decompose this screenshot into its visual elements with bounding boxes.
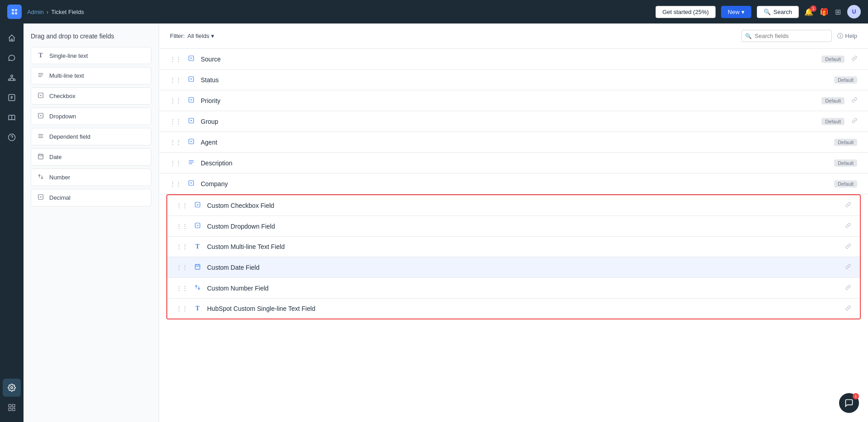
sidebar-icon-home[interactable] [3,29,21,47]
decimal-label: Decimal [49,194,71,201]
sidebar-icon-reports[interactable] [3,89,21,107]
field-row-status[interactable]: ⋮⋮ Status Default [159,70,868,90]
custom-field-row-date[interactable]: ⋮⋮ Custom Date Field [167,257,860,278]
svg-rect-31 [195,264,200,269]
link-icon-source [852,56,857,62]
field-badge-description: Default [834,159,857,167]
field-type-icon-hubspot: T [193,305,202,312]
sidebar-icon-settings[interactable] [3,379,21,397]
default-fields-list: ⋮⋮ Source Default ⋮⋮ Status Default [159,49,868,194]
sidebar-icon-help[interactable] [3,128,21,146]
sidebar-icon-contacts[interactable] [3,69,21,87]
sidebar-icon-apps[interactable] [3,399,21,417]
get-started-button[interactable]: Get started (25%) [656,6,716,18]
field-type-icon-custom-number [193,284,202,292]
field-badge-priority: Default [821,97,844,104]
field-type-single-line-text[interactable]: T Single-line text [31,47,151,64]
drag-handle: ⋮⋮ [176,223,188,230]
single-line-text-icon: T [37,52,45,59]
breadcrumb: Admin › Ticket Fields [27,9,84,15]
link-icon-custom-number [845,285,851,291]
custom-field-row-multiline[interactable]: ⋮⋮ T Custom Multi-line Text Field [167,237,860,257]
chat-icon [844,399,854,408]
field-row-description[interactable]: ⋮⋮ Description Default [159,153,868,173]
svg-rect-6 [13,408,15,411]
field-row-source[interactable]: ⋮⋮ Source Default [159,49,868,70]
single-line-text-label: Single-line text [49,52,88,59]
field-type-multi-line-text[interactable]: Multi-line text [31,67,151,84]
search-icon: 🔍 [764,9,771,15]
custom-field-row-hubspot[interactable]: ⋮⋮ T HubSpot Custom Single-line Text Fie… [167,299,860,319]
breadcrumb-current: Ticket Fields [51,9,84,15]
field-row-company[interactable]: ⋮⋮ Company Default [159,173,868,194]
field-row-agent[interactable]: ⋮⋮ Agent Default [159,132,868,153]
sidebar-icon-solutions[interactable] [3,108,21,127]
field-type-icon-custom-date [193,263,202,271]
drag-handle: ⋮⋮ [176,285,188,291]
app-logo[interactable] [7,5,22,19]
field-type-icon-source [187,55,195,63]
new-button[interactable]: New ▾ [721,6,751,18]
notification-icon[interactable]: 🔔 1 [804,8,813,16]
dropdown-label: Dropdown [49,113,76,120]
breadcrumb-separator: › [47,9,48,15]
search-button[interactable]: 🔍 Search [757,6,799,18]
field-badge-source: Default [821,56,844,63]
field-row-group[interactable]: ⋮⋮ Group Default [159,111,868,132]
drag-handle: ⋮⋮ [176,305,188,312]
field-type-icon-description [187,159,195,167]
filter-bar: Filter: All fields ▾ 🔍 ⓘ Help [159,23,868,49]
filter-left: Filter: All fields ▾ [170,33,214,39]
field-type-number[interactable]: Number [31,169,151,186]
field-name-custom-date: Custom Date Field [207,264,838,271]
custom-field-row-number[interactable]: ⋮⋮ Custom Number Field [167,278,860,299]
custom-field-row-checkbox[interactable]: ⋮⋮ Custom Checkbox Field [167,195,860,216]
field-type-dropdown[interactable]: Dropdown [31,108,151,125]
field-type-icon-company [187,180,195,188]
dropdown-icon [37,113,45,120]
field-type-date[interactable]: Date [31,148,151,166]
top-navigation: Admin › Ticket Fields Get started (25%) … [0,0,868,23]
avatar[interactable]: U [847,5,861,19]
field-type-icon-priority [187,97,195,104]
field-row-priority[interactable]: ⋮⋮ Priority Default [159,90,868,111]
field-type-icon-custom-multiline: T [193,243,202,250]
breadcrumb-admin[interactable]: Admin [27,9,44,15]
link-icon-custom-checkbox [845,202,851,209]
main-panel: Filter: All fields ▾ 🔍 ⓘ Help [159,23,868,422]
link-icon-hubspot [845,305,851,312]
panel-sidebar-title: Drag and drop to create fields [31,33,151,40]
field-badge-group: Default [821,118,844,125]
gift-icon[interactable]: 🎁 [820,8,829,16]
sidebar-icon-chat[interactable] [3,49,21,67]
chevron-down-icon: ▾ [211,33,214,39]
decimal-icon [37,194,45,202]
field-name-custom-number: Custom Number Field [207,285,838,292]
field-name-hubspot: HubSpot Custom Single-line Text Field [207,305,838,312]
field-name-custom-multiline: Custom Multi-line Text Field [207,243,838,250]
date-icon [37,153,45,161]
field-type-dependent-field[interactable]: Dependent field [31,128,151,145]
field-badge-agent: Default [834,139,857,146]
field-type-checkbox[interactable]: Checkbox [31,87,151,105]
multi-line-text-icon [37,72,45,80]
field-name-description: Description [201,159,825,167]
field-type-decimal[interactable]: Decimal [31,189,151,206]
filter-dropdown[interactable]: All fields ▾ [188,33,214,39]
checkbox-label: Checkbox [49,93,75,99]
drag-handle: ⋮⋮ [176,264,188,271]
custom-field-row-dropdown[interactable]: ⋮⋮ Custom Dropdown Field [167,216,860,237]
help-link[interactable]: ⓘ Help [837,32,857,40]
date-label: Date [49,154,61,160]
search-fields-input[interactable] [741,30,832,42]
svg-rect-4 [13,404,15,407]
filter-label: Filter: [170,33,185,39]
link-icon-priority [852,97,857,104]
drag-handle: ⋮⋮ [170,56,182,62]
drag-handle: ⋮⋮ [176,244,188,250]
dependent-field-icon [37,133,45,141]
field-type-icon-custom-dropdown [193,222,202,230]
apps-icon[interactable]: ⊞ [835,8,841,16]
field-name-custom-dropdown: Custom Dropdown Field [207,223,838,230]
chat-bubble[interactable]: 1 [839,393,859,413]
